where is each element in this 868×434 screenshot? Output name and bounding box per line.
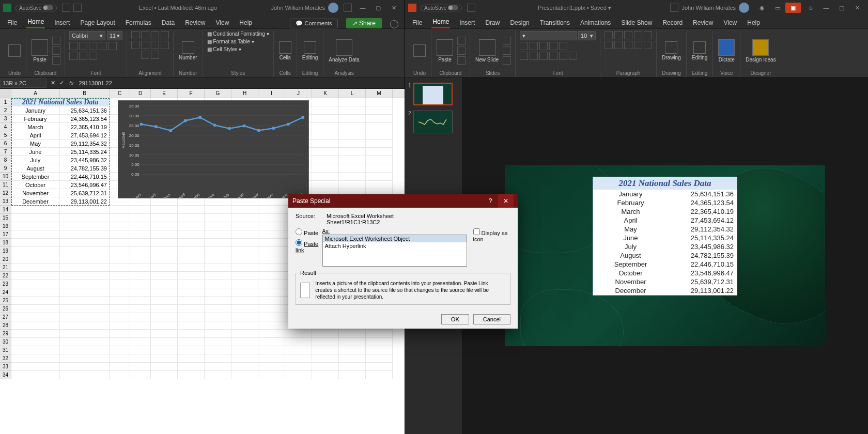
conditional-formatting-button[interactable]: ▦ Conditional Formatting ▾ xyxy=(207,31,269,37)
tab-data[interactable]: Data xyxy=(161,17,176,28)
bold-icon[interactable] xyxy=(69,42,78,50)
cell[interactable] xyxy=(231,313,258,321)
cell[interactable] xyxy=(110,272,130,280)
row-header[interactable]: 16 xyxy=(0,222,11,230)
cell[interactable] xyxy=(60,330,110,338)
row-header[interactable]: 7 xyxy=(0,148,11,156)
cell[interactable] xyxy=(205,255,231,264)
cell[interactable] xyxy=(285,371,312,379)
cell[interactable] xyxy=(60,313,110,321)
cell[interactable] xyxy=(231,264,258,272)
row-header[interactable]: 3 xyxy=(0,115,11,123)
cell[interactable] xyxy=(231,288,258,297)
tab-design[interactable]: Design xyxy=(509,17,530,28)
slide-editor[interactable]: 2021 National Sales Data January25,634,1… xyxy=(462,78,868,434)
cell[interactable] xyxy=(205,214,231,222)
cell[interactable] xyxy=(178,305,205,313)
font-name-select[interactable]: ▾ xyxy=(520,31,577,40)
merge-icon[interactable] xyxy=(161,41,169,49)
row-header[interactable]: 26 xyxy=(0,305,11,313)
tab-home[interactable]: Home xyxy=(26,16,45,28)
cell[interactable] xyxy=(178,288,205,297)
cell[interactable] xyxy=(130,338,151,346)
cell[interactable] xyxy=(231,247,258,255)
row-header[interactable]: 25 xyxy=(0,297,11,305)
row-header[interactable]: 20 xyxy=(0,255,11,264)
help-icon[interactable] xyxy=(390,20,398,28)
cell[interactable] xyxy=(110,371,130,379)
cell[interactable] xyxy=(151,272,178,280)
cell[interactable] xyxy=(110,330,130,338)
tab-insert[interactable]: Insert xyxy=(53,17,71,28)
cell[interactable] xyxy=(339,181,366,189)
cells-button[interactable]: Cells xyxy=(278,40,292,61)
cell[interactable] xyxy=(178,338,205,346)
font-name-select[interactable]: Calibri▾ xyxy=(69,31,105,40)
number-format-button[interactable]: Number xyxy=(178,40,198,61)
row-header[interactable]: 11 xyxy=(0,181,11,189)
dialog-help-button[interactable]: ? xyxy=(483,197,498,205)
cell[interactable] xyxy=(366,354,393,363)
cell[interactable] xyxy=(130,280,151,288)
cell[interactable] xyxy=(11,297,60,305)
row-header[interactable]: 32 xyxy=(0,354,11,363)
cell[interactable] xyxy=(151,255,178,264)
cell[interactable] xyxy=(366,338,393,346)
cell[interactable]: January xyxy=(11,106,60,115)
cell[interactable] xyxy=(11,247,60,255)
column-header[interactable]: A xyxy=(11,89,60,98)
cell[interactable] xyxy=(258,222,285,230)
cell[interactable] xyxy=(205,272,231,280)
cell[interactable] xyxy=(312,363,339,371)
minimize-button[interactable]: — xyxy=(355,3,370,13)
cell[interactable] xyxy=(231,371,258,379)
cell[interactable] xyxy=(312,354,339,363)
row-header[interactable]: 9 xyxy=(0,164,11,173)
cell[interactable] xyxy=(178,239,205,247)
tab-animations[interactable]: Animations xyxy=(579,17,612,28)
cell[interactable] xyxy=(60,338,110,346)
linked-excel-object[interactable]: 2021 National Sales Data January25,634,1… xyxy=(593,177,737,296)
copy-icon[interactable] xyxy=(52,47,60,55)
cell[interactable] xyxy=(231,222,258,230)
cell[interactable] xyxy=(312,106,339,115)
cell[interactable] xyxy=(11,346,60,354)
cell[interactable]: September xyxy=(11,173,60,181)
cell[interactable] xyxy=(178,247,205,255)
cell[interactable] xyxy=(231,297,258,305)
cell[interactable] xyxy=(110,297,130,305)
cell[interactable] xyxy=(312,338,339,346)
enter-icon[interactable]: ✓ xyxy=(57,80,66,86)
embedded-chart[interactable]: 0.005.0010.0015.0020.0025.0030.0035.00MI… xyxy=(118,100,309,198)
align-center-icon[interactable] xyxy=(614,41,623,49)
cell[interactable] xyxy=(258,346,285,354)
cell[interactable] xyxy=(130,206,151,214)
cell[interactable] xyxy=(339,338,366,346)
align-right-icon[interactable] xyxy=(624,41,632,49)
italic-icon[interactable] xyxy=(530,42,538,50)
cell[interactable] xyxy=(60,363,110,371)
cancel-icon[interactable]: ✕ xyxy=(49,80,57,86)
cell[interactable]: 22,446,710.15 xyxy=(60,173,110,181)
ok-button[interactable]: OK xyxy=(441,314,469,324)
row-header[interactable]: 30 xyxy=(0,338,11,346)
tab-view[interactable]: View xyxy=(215,17,230,28)
cell[interactable] xyxy=(151,206,178,214)
cell[interactable]: 23,546,996.47 xyxy=(60,181,110,189)
border-icon[interactable] xyxy=(69,52,78,60)
cell[interactable] xyxy=(151,305,178,313)
cell[interactable] xyxy=(110,239,130,247)
grow-font-icon[interactable] xyxy=(99,42,107,50)
row-header[interactable]: 24 xyxy=(0,288,11,297)
cell[interactable] xyxy=(339,346,366,354)
cell[interactable]: May xyxy=(11,140,60,148)
cell[interactable]: 29,112,354.32 xyxy=(60,140,110,148)
italic-icon[interactable] xyxy=(79,42,87,50)
cell[interactable] xyxy=(130,255,151,264)
cell[interactable] xyxy=(258,313,285,321)
cell[interactable] xyxy=(258,371,285,379)
cell[interactable] xyxy=(151,288,178,297)
font-color-icon[interactable] xyxy=(530,52,538,60)
cell[interactable] xyxy=(312,148,339,156)
bullets-icon[interactable] xyxy=(605,31,613,39)
